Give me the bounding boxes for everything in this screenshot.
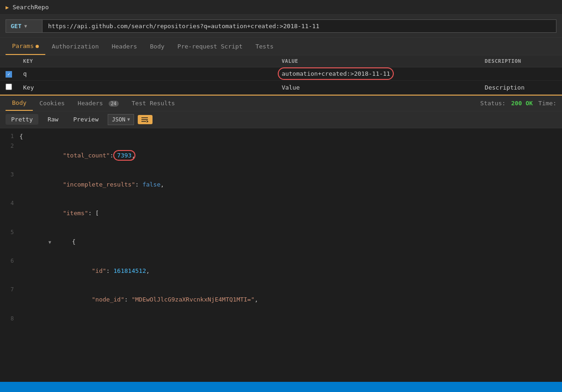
row-checkbox-empty[interactable]: [6, 84, 12, 90]
code-line-7: 7 "node_id": "MDEwOlJlcG9zaXRvcnkxNjE4MT…: [0, 285, 562, 314]
tab-authorization[interactable]: Authorization: [45, 38, 105, 54]
url-bar: GET ▼: [0, 15, 562, 38]
tab-body[interactable]: Body: [144, 38, 171, 54]
json-code-area[interactable]: 1 { 2 "total_count": 7393, 3 "incomplete…: [0, 128, 562, 322]
bottom-status-bar: [0, 382, 562, 392]
col-header-key: KEY: [18, 55, 276, 67]
time-label: Time:: [538, 100, 556, 107]
param-value-circled: automation+created:>2018-11-11: [281, 70, 390, 77]
url-input[interactable]: [43, 19, 556, 33]
code-line-4: 4 "items": [: [0, 199, 562, 228]
tab-params[interactable]: Params: [6, 38, 45, 55]
code-line-5: 5 ▼ {: [0, 228, 562, 257]
response-tabs-left: Body Cookies Headers 24 Test Results: [6, 96, 182, 111]
chevron-down-icon: ▼: [24, 24, 27, 29]
code-line-1: 1 {: [0, 132, 562, 142]
params-dot: [36, 45, 39, 48]
status-label: Status:: [480, 100, 506, 107]
params-table: KEY VALUE DESCRIPTION ✓ q automation+cre…: [0, 55, 562, 95]
table-row-placeholder: Key Value Description: [0, 80, 562, 94]
col-header-value: VALUE: [276, 55, 479, 67]
row-checkbox[interactable]: ✓: [6, 71, 12, 78]
collapse-arrow-icon[interactable]: ▶: [6, 4, 9, 11]
tab-test-results[interactable]: Test Results: [125, 96, 182, 110]
code-line-8: 8 "name": "PRETty",: [0, 314, 562, 322]
tab-tests[interactable]: Tests: [249, 38, 280, 54]
code-line-6: 6 "id": 161814512,: [0, 257, 562, 285]
collection-title: SearchRepo: [12, 4, 49, 11]
col-header-description: DESCRIPTION: [479, 55, 562, 67]
code-toolbar: Pretty Raw Preview JSON ▼: [0, 111, 562, 128]
tab-headers[interactable]: Headers: [105, 38, 144, 54]
wrap-icon-svg: [141, 117, 149, 122]
status-code: 200 OK: [511, 100, 533, 107]
wrap-lines-button[interactable]: [138, 115, 153, 124]
code-line-2: 2 "total_count": 7393,: [0, 142, 562, 170]
pretty-view-button[interactable]: Pretty: [6, 114, 38, 125]
tab-response-headers[interactable]: Headers 24: [71, 96, 125, 110]
collapse-icon-5[interactable]: ▼: [49, 239, 54, 246]
params-section: KEY VALUE DESCRIPTION ✓ q automation+cre…: [0, 55, 562, 95]
chevron-down-icon: ▼: [127, 117, 130, 122]
format-dropdown[interactable]: JSON ▼: [108, 114, 134, 125]
param-value-placeholder[interactable]: Value: [276, 80, 479, 94]
param-desc-placeholder[interactable]: Description: [479, 80, 562, 94]
raw-view-button[interactable]: Raw: [42, 114, 64, 125]
method-dropdown[interactable]: GET ▼: [6, 19, 43, 33]
top-bar: ▶ SearchRepo: [0, 0, 562, 15]
tab-pre-request-script[interactable]: Pre-request Script: [171, 38, 249, 54]
response-info: Status: 200 OK Time:: [480, 100, 556, 107]
tab-response-body[interactable]: Body: [6, 96, 33, 111]
preview-view-button[interactable]: Preview: [67, 114, 104, 125]
param-value-q[interactable]: automation+created:>2018-11-11: [276, 67, 479, 81]
headers-badge: 24: [109, 101, 119, 107]
param-key-q[interactable]: q: [18, 67, 276, 81]
code-line-3: 3 "incomplete_results": false,: [0, 170, 562, 199]
response-body-section: Body Cookies Headers 24 Test Results Sta…: [0, 95, 562, 322]
table-row: ✓ q automation+created:>2018-11-11: [0, 67, 562, 81]
method-label: GET: [11, 23, 21, 30]
response-tabs-row: Body Cookies Headers 24 Test Results Sta…: [0, 96, 562, 111]
tab-cookies[interactable]: Cookies: [33, 96, 71, 110]
param-key-placeholder[interactable]: Key: [18, 80, 276, 94]
request-tabs: Params Authorization Headers Body Pre-re…: [0, 38, 562, 55]
param-desc-q[interactable]: [479, 67, 562, 81]
